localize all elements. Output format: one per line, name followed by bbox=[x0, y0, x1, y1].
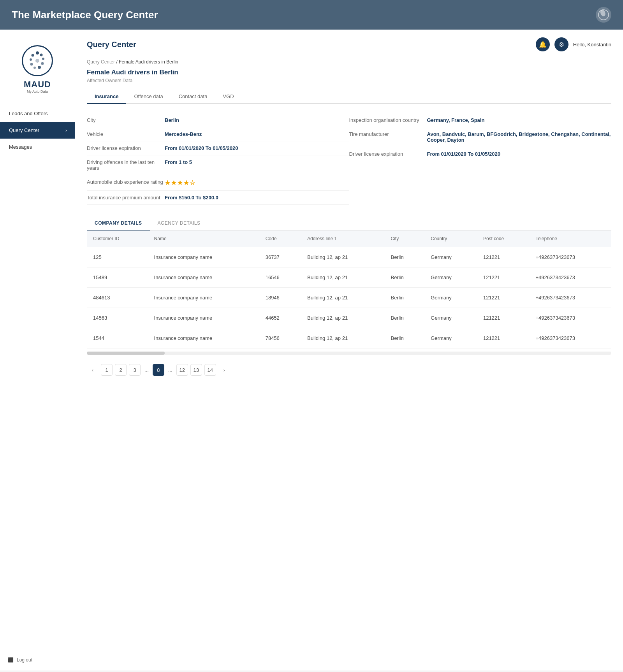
cell-code: 36737 bbox=[259, 247, 301, 267]
pagination-page-13[interactable]: 13 bbox=[190, 364, 202, 376]
col-postcode: Post code bbox=[477, 230, 530, 247]
col-customer-id: Customer ID bbox=[87, 230, 148, 247]
sidebar-brand-sub: My Auto Data bbox=[27, 90, 48, 93]
top-header: The Marketplace Query Center bbox=[0, 0, 623, 30]
tab-offence-data[interactable]: Offence data bbox=[126, 90, 171, 104]
section-tabs: COMPANY DETAILS AGENCY DETAILS bbox=[87, 216, 611, 230]
table-wrapper: Customer ID Name Code Address line 1 Cit… bbox=[87, 230, 611, 358]
cell-code: 78456 bbox=[259, 328, 301, 348]
sidebar-item-messages[interactable]: Messages bbox=[0, 139, 75, 155]
cell-name: Insurance company name bbox=[148, 247, 259, 267]
notification-bell-button[interactable]: 🔔 bbox=[536, 37, 550, 51]
pagination-page-12[interactable]: 12 bbox=[176, 364, 188, 376]
table-scrollbar[interactable] bbox=[87, 352, 611, 355]
page-title: Query Center bbox=[87, 40, 136, 49]
cell-address: Building 12, ap 21 bbox=[301, 247, 384, 267]
cell-postcode: 121221 bbox=[477, 308, 530, 328]
cell-code: 16546 bbox=[259, 267, 301, 288]
cell-address: Building 12, ap 21 bbox=[301, 288, 384, 308]
cell-telephone: +4926373423673 bbox=[529, 267, 611, 288]
section-tab-agency[interactable]: AGENCY DETAILS bbox=[150, 216, 208, 230]
detail-license-expiry: Driver license expiration From 01/01/202… bbox=[87, 141, 349, 155]
detail-col-left: City Berlin Vehicle Mercedes-Benz Driver… bbox=[87, 113, 349, 205]
settings-button[interactable]: ⚙ bbox=[554, 37, 568, 51]
query-subtitle: Affected Owners Data bbox=[87, 78, 611, 83]
app-title: The Marketplace Query Center bbox=[12, 9, 158, 21]
section-tab-company[interactable]: COMPANY DETAILS bbox=[87, 216, 150, 230]
table-row: 125 Insurance company name 36737 Buildin… bbox=[87, 247, 611, 267]
sidebar-item-leads[interactable]: Leads and Offers bbox=[0, 105, 75, 122]
pagination-page-8[interactable]: 8 bbox=[153, 364, 164, 376]
cell-code: 44652 bbox=[259, 308, 301, 328]
table-row: 1544 Insurance company name 78456 Buildi… bbox=[87, 328, 611, 348]
pagination-prev[interactable]: ‹ bbox=[87, 364, 99, 376]
table-row: 15489 Insurance company name 16546 Build… bbox=[87, 267, 611, 288]
data-table: Customer ID Name Code Address line 1 Cit… bbox=[87, 230, 611, 348]
pagination-dots-2: ... bbox=[167, 367, 174, 373]
cell-id: 1544 bbox=[87, 328, 148, 348]
col-address: Address line 1 bbox=[301, 230, 384, 247]
col-name: Name bbox=[148, 230, 259, 247]
svg-point-5 bbox=[41, 62, 44, 65]
detail-rating: Automobile club experience rating ★★★★☆ bbox=[87, 175, 349, 191]
tab-vgd[interactable]: VGD bbox=[215, 90, 241, 104]
table-row: 14563 Insurance company name 44652 Build… bbox=[87, 308, 611, 328]
svg-point-2 bbox=[36, 51, 39, 55]
detail-premium: Total insurance premium amount From $150… bbox=[87, 191, 349, 205]
cell-address: Building 12, ap 21 bbox=[301, 308, 384, 328]
cell-country: Germany bbox=[424, 328, 477, 348]
svg-point-9 bbox=[30, 58, 32, 61]
cell-country: Germany bbox=[424, 267, 477, 288]
tab-insurance[interactable]: Insurance bbox=[87, 90, 126, 104]
detail-driving-offences: Driving offences in the last ten years F… bbox=[87, 155, 349, 175]
cell-name: Insurance company name bbox=[148, 328, 259, 348]
main-layout: MAUD My Auto Data Leads and Offers Query… bbox=[0, 30, 623, 670]
breadcrumb-parent[interactable]: Query Center bbox=[87, 59, 115, 65]
cell-postcode: 121221 bbox=[477, 247, 530, 267]
svg-point-3 bbox=[40, 54, 43, 56]
pagination-page-3[interactable]: 3 bbox=[129, 364, 141, 376]
breadcrumb-current: Female Audi drivers in Berlin bbox=[119, 59, 178, 65]
page-header: Query Center 🔔 ⚙ Hello, Konstantin bbox=[87, 37, 611, 51]
cell-city: Berlin bbox=[384, 267, 424, 288]
cell-address: Building 12, ap 21 bbox=[301, 267, 384, 288]
table-body: 125 Insurance company name 36737 Buildin… bbox=[87, 247, 611, 348]
col-telephone: Telephone bbox=[529, 230, 611, 247]
svg-point-7 bbox=[33, 67, 36, 69]
detail-city: City Berlin bbox=[87, 113, 349, 127]
pagination-page-14[interactable]: 14 bbox=[204, 364, 216, 376]
svg-point-6 bbox=[38, 66, 41, 69]
query-title: Female Audi drivers in Berlin bbox=[87, 69, 611, 76]
header-actions: 🔔 ⚙ Hello, Konstantin bbox=[536, 37, 611, 51]
cell-telephone: +4926373423673 bbox=[529, 288, 611, 308]
logout-button[interactable]: ⬛ Log out bbox=[0, 649, 75, 670]
cell-city: Berlin bbox=[384, 328, 424, 348]
table-row: 484613 Insurance company name 18946 Buil… bbox=[87, 288, 611, 308]
detail-vehicle: Vehicle Mercedes-Benz bbox=[87, 127, 349, 141]
tab-contact-data[interactable]: Contact data bbox=[171, 90, 215, 104]
detail-grid: City Berlin Vehicle Mercedes-Benz Driver… bbox=[87, 113, 611, 205]
bell-icon: 🔔 bbox=[539, 41, 547, 48]
logout-icon: ⬛ bbox=[8, 657, 14, 663]
pagination-page-1[interactable]: 1 bbox=[101, 364, 113, 376]
cell-postcode: 121221 bbox=[477, 267, 530, 288]
pagination-next[interactable]: › bbox=[218, 364, 230, 376]
sidebar-nav: Leads and Offers Query Center › Messages bbox=[0, 105, 75, 649]
table-scrollbar-thumb[interactable] bbox=[87, 352, 165, 355]
cell-city: Berlin bbox=[384, 288, 424, 308]
cell-postcode: 121221 bbox=[477, 288, 530, 308]
pagination-page-2[interactable]: 2 bbox=[115, 364, 127, 376]
sidebar-item-query-center[interactable]: Query Center › bbox=[0, 122, 75, 139]
rating-stars: ★★★★☆ bbox=[165, 179, 196, 186]
cell-id: 484613 bbox=[87, 288, 148, 308]
cell-city: Berlin bbox=[384, 247, 424, 267]
cell-country: Germany bbox=[424, 247, 477, 267]
detail-inspection-country: Inspection organisation country Germany,… bbox=[349, 113, 612, 127]
chevron-right-icon: › bbox=[65, 128, 67, 133]
table-header: Customer ID Name Code Address line 1 Cit… bbox=[87, 230, 611, 247]
cell-id: 125 bbox=[87, 247, 148, 267]
hello-text: Hello, Konstantin bbox=[573, 42, 611, 47]
gear-icon: ⚙ bbox=[559, 41, 564, 48]
cell-telephone: +4926373423673 bbox=[529, 328, 611, 348]
detail-tire-manufacturer: Tire manufacturer Avon, Bandvulc, Barum,… bbox=[349, 127, 612, 147]
